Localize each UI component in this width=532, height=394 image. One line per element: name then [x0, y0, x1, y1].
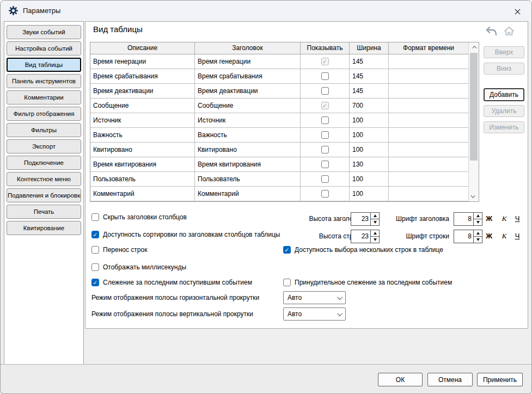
spinner-down-button[interactable] — [371, 219, 379, 225]
show-checkbox[interactable] — [321, 190, 329, 198]
sidebar-item[interactable]: Экспорт — [7, 139, 81, 153]
scroll-down-icon[interactable] — [469, 192, 479, 201]
force-follow-checkbox[interactable] — [283, 279, 291, 286]
column-header-description[interactable]: Описание — [90, 42, 195, 54]
vscroll-mode-label: Режим отображения полосы вертикальной пр… — [91, 310, 253, 318]
spinner-up-button[interactable] — [474, 230, 482, 237]
show-checkbox[interactable] — [321, 146, 329, 153]
cell-caption: Важность — [195, 128, 301, 142]
column-header-width[interactable]: Ширина — [350, 42, 389, 54]
hide-headers-checkbox[interactable] — [91, 213, 99, 221]
cell-time-format — [389, 69, 468, 83]
table-row[interactable]: Источник Источник 100 — [90, 113, 468, 128]
table-row[interactable]: Время срабатывания Время срабатывания 14… — [90, 69, 468, 84]
option-hide-headers[interactable]: Скрыть заголовки столбцов — [91, 213, 187, 221]
sidebar-item[interactable]: Фильтр отображения — [7, 107, 81, 121]
header-height-spinner[interactable]: 23 — [351, 212, 380, 226]
sidebar-item[interactable]: Печать — [7, 205, 81, 219]
spinner-up-button[interactable] — [371, 213, 379, 219]
sidebar-item[interactable]: Подключение — [7, 156, 81, 170]
option-sortable[interactable]: Доступность сортировки по заголовкам сто… — [91, 231, 280, 238]
table-row[interactable]: Комментарий Комментарий 100 — [90, 187, 468, 201]
move-up-button[interactable]: Вверх — [484, 46, 524, 58]
option-force-follow[interactable]: Принудительное слежение за последним соб… — [283, 279, 452, 286]
hscroll-mode-select[interactable]: Авто — [283, 291, 346, 304]
ok-button[interactable]: ОК — [378, 373, 423, 386]
sidebar-item[interactable]: Контекстное меню — [7, 172, 81, 186]
spinner-up-button[interactable] — [474, 213, 482, 219]
show-checkbox[interactable] — [321, 87, 329, 95]
multi-select-checkbox[interactable] — [283, 246, 291, 254]
sidebar-item[interactable]: Подавления и блокировки — [7, 188, 81, 202]
spinner-up-button[interactable] — [371, 230, 379, 237]
apply-button[interactable]: Применить — [477, 373, 523, 386]
column-header-time-format[interactable]: Формат времени — [389, 42, 468, 54]
table-scrollbar[interactable] — [468, 42, 479, 201]
option-wrap-lines[interactable]: Перенос строк — [91, 246, 147, 254]
sortable-checkbox[interactable] — [91, 231, 99, 238]
delete-button[interactable]: Удалить — [484, 105, 524, 117]
header-font-spinner[interactable]: 8 — [454, 212, 482, 226]
option-show-milliseconds[interactable]: Отображать миллисекунды — [91, 263, 186, 271]
edit-button[interactable]: Изменить — [484, 121, 524, 133]
spinner-down-button[interactable] — [474, 237, 482, 243]
option-multi-select[interactable]: Доступность выбора нескольких строк в та… — [283, 246, 443, 254]
show-checkbox[interactable] — [321, 116, 329, 124]
cell-caption: Время генерации — [195, 54, 301, 69]
scrollbar-thumb[interactable] — [470, 53, 478, 161]
sidebar: Звуки событийНастройка событийВид таблиц… — [4, 21, 84, 365]
wrap-lines-checkbox[interactable] — [91, 246, 99, 254]
add-button[interactable]: Добавить — [484, 88, 524, 101]
column-header-show[interactable]: Показывать — [301, 42, 350, 54]
sidebar-item[interactable]: Звуки событий — [7, 25, 81, 39]
sidebar-item[interactable]: Панель инструментов — [7, 74, 81, 88]
show-checkbox[interactable] — [321, 131, 329, 139]
header-underline-button[interactable]: Ч — [513, 214, 522, 223]
row-height-spinner[interactable]: 23 — [351, 230, 380, 243]
cell-width: 145 — [350, 54, 389, 69]
close-button[interactable] — [510, 5, 524, 17]
table-row[interactable]: Сообщение Сообщение 700 — [90, 98, 468, 113]
row-underline-button[interactable]: Ч — [513, 232, 522, 240]
column-header-caption[interactable]: Заголовок — [195, 42, 301, 54]
cell-time-format — [389, 54, 468, 69]
show-milliseconds-checkbox[interactable] — [91, 263, 99, 271]
table-row[interactable]: Время генерации Время генерации 145 — [90, 54, 468, 69]
sidebar-item[interactable]: Комментарии — [7, 90, 81, 104]
row-font-spinner[interactable]: 8 — [454, 230, 482, 243]
move-down-button[interactable]: Вниз — [484, 63, 524, 75]
show-checkbox[interactable] — [321, 175, 329, 183]
table-row[interactable]: Важность Важность 100 — [90, 128, 468, 143]
cell-caption: Сообщение — [195, 98, 301, 113]
cell-description: Время деактивации — [90, 84, 195, 98]
spinner-buttons — [370, 230, 379, 243]
cancel-button[interactable]: Отмена — [427, 373, 473, 386]
combo-value: Авто — [288, 310, 337, 318]
combo-value: Авто — [288, 294, 337, 301]
sidebar-item[interactable]: Квитирование — [7, 221, 81, 235]
table-row[interactable]: Время деактивации Время деактивации 145 — [90, 84, 468, 98]
option-follow-last[interactable]: Слежение за последним поступившим событи… — [91, 279, 252, 286]
row-italic-button[interactable]: К — [500, 232, 509, 241]
home-icon[interactable] — [504, 26, 517, 37]
table-row[interactable]: Квитировано Квитировано 100 — [90, 143, 468, 157]
scroll-up-icon[interactable] — [469, 42, 479, 52]
row-bold-button[interactable]: Ж — [485, 232, 493, 240]
cell-caption: Источник — [195, 113, 301, 127]
follow-last-checkbox[interactable] — [91, 279, 99, 286]
sidebar-item[interactable]: Фильтры — [7, 123, 81, 137]
header-italic-button[interactable]: К — [500, 214, 509, 223]
spinner-down-button[interactable] — [371, 237, 379, 243]
spinner-down-button[interactable] — [474, 219, 482, 225]
undo-icon[interactable] — [485, 26, 498, 37]
header-bold-button[interactable]: Ж — [485, 214, 493, 223]
table-row[interactable]: Пользователь Пользователь 100 — [90, 172, 468, 187]
sidebar-item[interactable]: Настройка событий — [7, 41, 81, 56]
show-checkbox[interactable] — [321, 161, 329, 168]
table-row[interactable]: Время квитирования Время квитирования 13… — [90, 157, 468, 172]
show-checkbox[interactable] — [321, 102, 329, 109]
vscroll-mode-select[interactable]: Авто — [283, 307, 346, 321]
sidebar-item[interactable]: Вид таблицы — [7, 58, 81, 72]
show-checkbox[interactable] — [321, 58, 329, 65]
show-checkbox[interactable] — [321, 72, 329, 80]
